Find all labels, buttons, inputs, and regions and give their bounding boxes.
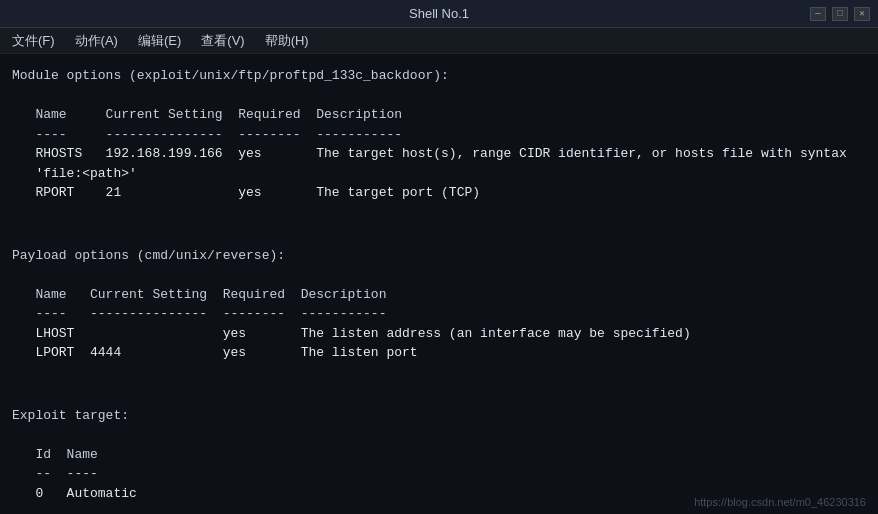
exploit-target-header: Exploit target: — [12, 406, 866, 426]
exploit-id-col-divider: -- ---- — [12, 464, 866, 484]
module-col-dividers: ---- --------------- -------- ----------… — [12, 125, 866, 145]
rhosts-row: RHOSTS 192.168.199.166 yes The target ho… — [12, 144, 866, 164]
lhost-row: LHOST yes The listen address (an interfa… — [12, 324, 866, 344]
lport-row: LPORT 4444 yes The listen port — [12, 343, 866, 363]
blank-line-4 — [12, 265, 866, 285]
payload-options-header: Payload options (cmd/unix/reverse): — [12, 246, 866, 266]
close-button[interactable]: ✕ — [854, 7, 870, 21]
blank-line-7 — [12, 425, 866, 445]
menu-bar: 文件(F) 动作(A) 编辑(E) 查看(V) 帮助(H) — [0, 28, 878, 54]
menu-view[interactable]: 查看(V) — [197, 30, 248, 52]
terminal[interactable]: Module options (exploit/unix/ftp/proftpd… — [0, 54, 878, 514]
module-options-header: Module options (exploit/unix/ftp/proftpd… — [12, 66, 866, 86]
payload-col-dividers: ---- --------------- -------- ----------… — [12, 304, 866, 324]
blank-line-2 — [12, 203, 866, 223]
exploit-id-col-header: Id Name — [12, 445, 866, 465]
maximize-button[interactable]: □ — [832, 7, 848, 21]
window-title: Shell No.1 — [409, 6, 469, 21]
rport-row: RPORT 21 yes The target port (TCP) — [12, 183, 866, 203]
blank-line-3 — [12, 222, 866, 242]
menu-edit[interactable]: 编辑(E) — [134, 30, 185, 52]
menu-file[interactable]: 文件(F) — [8, 30, 59, 52]
menu-action[interactable]: 动作(A) — [71, 30, 122, 52]
watermark: https://blog.csdn.net/m0_46230316 — [694, 496, 866, 508]
minimize-button[interactable]: ─ — [810, 7, 826, 21]
blank-line-6 — [12, 382, 866, 402]
menu-help[interactable]: 帮助(H) — [261, 30, 313, 52]
rhosts-continuation: 'file:<path>' — [12, 164, 866, 184]
blank-line-1 — [12, 86, 866, 106]
blank-line-5 — [12, 363, 866, 383]
title-bar: Shell No.1 ─ □ ✕ — [0, 0, 878, 28]
payload-col-headers: Name Current Setting Required Descriptio… — [12, 285, 866, 305]
window-controls[interactable]: ─ □ ✕ — [810, 7, 870, 21]
module-col-headers: Name Current Setting Required Descriptio… — [12, 105, 866, 125]
